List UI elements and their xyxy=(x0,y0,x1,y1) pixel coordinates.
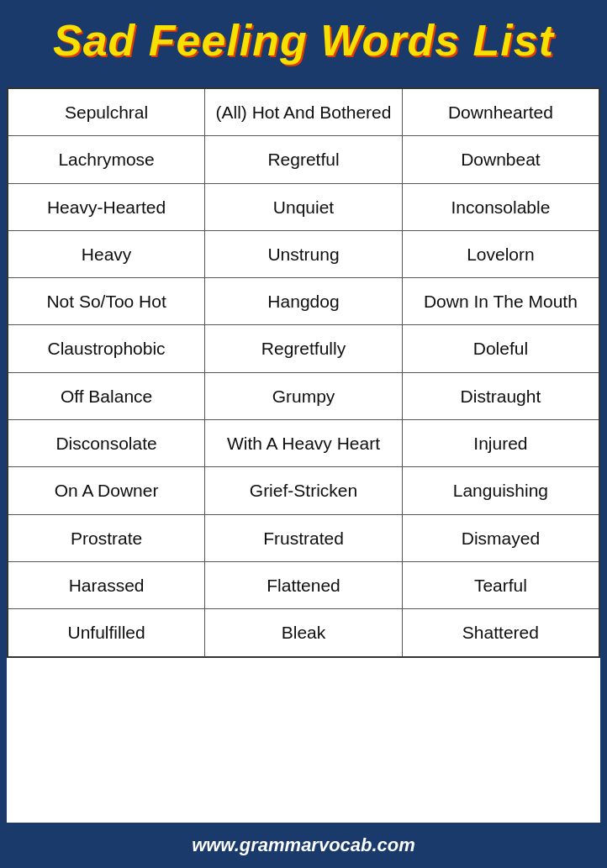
table-row: Sepulchral(All) Hot And BotheredDownhear… xyxy=(8,88,599,136)
table-row: LachrymoseRegretfulDownbeat xyxy=(8,136,599,183)
table-row: HarassedFlattenedTearful xyxy=(8,561,599,608)
table-cell: Lovelorn xyxy=(402,230,599,277)
table-cell: Grumpy xyxy=(205,372,403,419)
table-cell: Distraught xyxy=(402,372,599,419)
table-row: Off BalanceGrumpyDistraught xyxy=(8,372,599,419)
table-cell: Frustrated xyxy=(205,514,403,561)
table-row: ProstrateFrustratedDismayed xyxy=(8,514,599,561)
table-cell: Off Balance xyxy=(8,372,205,419)
table-cell: Unfulfilled xyxy=(8,609,205,657)
words-table: Sepulchral(All) Hot And BotheredDownhear… xyxy=(7,87,600,658)
table-cell: Unstrung xyxy=(205,230,403,277)
table-cell: Downhearted xyxy=(402,88,599,136)
table-cell: Heavy xyxy=(8,230,205,277)
table-cell: Regretfully xyxy=(205,325,403,372)
table-cell: (All) Hot And Bothered xyxy=(205,88,403,136)
table-cell: Doleful xyxy=(402,325,599,372)
table-cell: Claustrophobic xyxy=(8,325,205,372)
page-title: Sad Feeling Words List xyxy=(8,15,599,66)
table-row: Heavy-HeartedUnquietInconsolable xyxy=(8,183,599,230)
table-cell: Disconsolate xyxy=(8,420,205,467)
words-table-container: Sepulchral(All) Hot And BotheredDownhear… xyxy=(7,87,600,823)
table-cell: Grief-Stricken xyxy=(205,467,403,514)
page-header: Sad Feeling Words List xyxy=(0,0,607,81)
table-cell: Languishing xyxy=(402,467,599,514)
table-cell: Inconsolable xyxy=(402,183,599,230)
table-cell: Lachrymose xyxy=(8,136,205,183)
table-cell: Downbeat xyxy=(402,136,599,183)
table-cell: Not So/Too Hot xyxy=(8,278,205,325)
table-cell: Down In The Mouth xyxy=(402,278,599,325)
table-cell: Hangdog xyxy=(205,278,403,325)
table-cell: Injured xyxy=(402,420,599,467)
page-footer: www.grammarvocab.com xyxy=(0,823,607,868)
table-cell: Regretful xyxy=(205,136,403,183)
table-row: UnfulfilledBleakShattered xyxy=(8,609,599,657)
table-cell: Shattered xyxy=(402,609,599,657)
table-cell: Harassed xyxy=(8,561,205,608)
table-cell: Dismayed xyxy=(402,514,599,561)
table-row: Not So/Too HotHangdogDown In The Mouth xyxy=(8,278,599,325)
table-row: HeavyUnstrungLovelorn xyxy=(8,230,599,277)
table-cell: Flattened xyxy=(205,561,403,608)
footer-url: www.grammarvocab.com xyxy=(192,834,415,855)
table-cell: Heavy-Hearted xyxy=(8,183,205,230)
table-cell: Bleak xyxy=(205,609,403,657)
table-cell: With A Heavy Heart xyxy=(205,420,403,467)
table-cell: Prostrate xyxy=(8,514,205,561)
table-cell: Sepulchral xyxy=(8,88,205,136)
table-row: On A DownerGrief-StrickenLanguishing xyxy=(8,467,599,514)
table-row: DisconsolateWith A Heavy HeartInjured xyxy=(8,420,599,467)
table-row: ClaustrophobicRegretfullyDoleful xyxy=(8,325,599,372)
table-cell: On A Downer xyxy=(8,467,205,514)
table-cell: Unquiet xyxy=(205,183,403,230)
table-cell: Tearful xyxy=(402,561,599,608)
